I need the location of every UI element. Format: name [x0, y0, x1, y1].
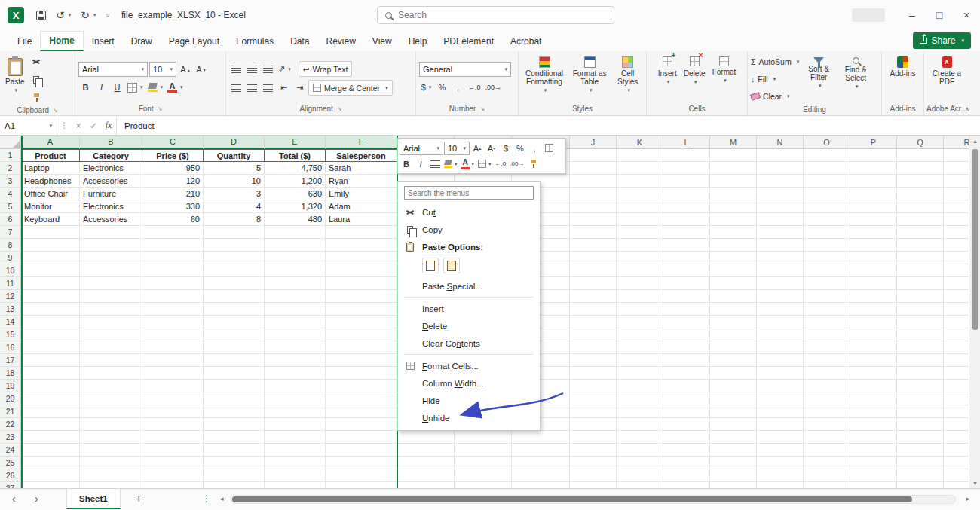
cell-M15[interactable]	[710, 328, 757, 341]
column-header-Q[interactable]: Q	[897, 136, 944, 149]
cell-F25[interactable]	[326, 457, 397, 469]
cell-P24[interactable]	[850, 444, 897, 457]
cell-D4[interactable]: 3	[204, 188, 265, 200]
cell-F14[interactable]	[326, 316, 397, 328]
cell-K10[interactable]	[617, 264, 663, 277]
cell-N14[interactable]	[757, 316, 804, 328]
cell-D21[interactable]	[204, 405, 265, 418]
tab-page-layout[interactable]: Page Layout	[161, 31, 228, 51]
cell-A19[interactable]	[21, 380, 80, 392]
cell-F16[interactable]	[326, 341, 397, 354]
cell-E15[interactable]	[265, 328, 326, 341]
cell-J14[interactable]	[570, 316, 617, 328]
cell-N16[interactable]	[757, 341, 804, 354]
cell-O8[interactable]	[804, 239, 850, 252]
cell-D19[interactable]	[204, 380, 265, 392]
cell-M21[interactable]	[710, 405, 757, 418]
cell-O7[interactable]	[804, 226, 850, 239]
cell-P16[interactable]	[850, 341, 897, 354]
cell-E17[interactable]	[265, 354, 326, 367]
cell-L3[interactable]	[663, 175, 710, 188]
chevron-down-icon[interactable]: ▾	[93, 12, 96, 18]
tab-insert[interactable]: Insert	[84, 31, 123, 51]
cell-K1[interactable]	[617, 149, 663, 162]
cell-N11[interactable]	[757, 277, 804, 290]
row-header-11[interactable]: 11	[0, 277, 21, 290]
row-header-4[interactable]: 4	[0, 188, 21, 200]
cell-F4[interactable]: Emily	[326, 188, 397, 200]
cell-D6[interactable]: 8	[204, 213, 265, 226]
cell-B17[interactable]	[80, 354, 142, 367]
cell-B20[interactable]	[80, 392, 142, 405]
row-header-12[interactable]: 12	[0, 290, 21, 303]
cell-L8[interactable]	[663, 239, 710, 252]
menu-search-input[interactable]	[408, 189, 530, 197]
menu-item-copy[interactable]: Copy	[398, 221, 540, 238]
cell-L25[interactable]	[663, 457, 710, 469]
cell-Q10[interactable]	[897, 264, 944, 277]
dialog-launcher-icon[interactable]: ↘	[479, 105, 485, 112]
cell-F3[interactable]: Ryan	[326, 175, 397, 188]
cell-D17[interactable]	[204, 354, 265, 367]
cell-O22[interactable]	[804, 418, 850, 431]
cell-E27[interactable]	[265, 482, 326, 488]
cell-L19[interactable]	[663, 380, 710, 392]
cell-P6[interactable]	[850, 213, 897, 226]
cell-C1[interactable]: Price ($)	[142, 149, 204, 162]
cell-M12[interactable]	[710, 290, 757, 303]
align-right-button[interactable]	[261, 81, 275, 96]
cell-K12[interactable]	[617, 290, 663, 303]
search-bar[interactable]	[377, 6, 614, 24]
column-header-O[interactable]: O	[804, 136, 850, 149]
delete-cells-button[interactable]: Delete ▾	[681, 55, 708, 102]
cell-J16[interactable]	[570, 341, 617, 354]
undo-button[interactable]: ↺▾	[56, 9, 71, 21]
cell-B7[interactable]	[80, 226, 142, 239]
cell-L21[interactable]	[663, 405, 710, 418]
cell-B19[interactable]	[80, 380, 142, 392]
cell-L2[interactable]	[663, 162, 710, 175]
cell-D20[interactable]	[204, 392, 265, 405]
hscroll-left-arrow[interactable]: ◂	[220, 495, 224, 502]
cell-Q4[interactable]	[897, 188, 944, 200]
cell-A16[interactable]	[21, 341, 80, 354]
cell-K2[interactable]	[617, 162, 663, 175]
cell-L16[interactable]	[663, 341, 710, 354]
menu-item-unhide[interactable]: Unhide	[398, 409, 540, 426]
cell-K6[interactable]	[617, 213, 663, 226]
cell-K5[interactable]	[617, 200, 663, 213]
cell-C8[interactable]	[142, 239, 204, 252]
mini-format-painter-button[interactable]	[526, 157, 540, 171]
align-bottom-button[interactable]	[261, 62, 275, 77]
cell-F5[interactable]: Adam	[326, 200, 397, 213]
cell-Q8[interactable]	[897, 239, 944, 252]
cell-G26[interactable]	[397, 469, 455, 482]
cell-G27[interactable]	[397, 482, 455, 488]
find-select-button[interactable]: Find & Select ▾	[838, 56, 873, 102]
cell-O6[interactable]	[804, 213, 850, 226]
cell-E12[interactable]	[265, 290, 326, 303]
cell-G23[interactable]	[397, 431, 455, 444]
column-header-N[interactable]: N	[757, 136, 804, 149]
cell-K18[interactable]	[617, 367, 663, 380]
wrap-text-button[interactable]: ↩ Wrap Text	[299, 61, 353, 77]
row-header-14[interactable]: 14	[0, 316, 21, 328]
mini-increase-font-button[interactable]: A▴	[470, 141, 484, 155]
cell-A17[interactable]	[21, 354, 80, 367]
cell-B18[interactable]	[80, 367, 142, 380]
cell-E10[interactable]	[265, 264, 326, 277]
cell-K19[interactable]	[617, 380, 663, 392]
cell-Q1[interactable]	[897, 149, 944, 162]
cell-D27[interactable]	[204, 482, 265, 488]
cell-B8[interactable]	[80, 239, 142, 252]
mini-bold-button[interactable]: B	[400, 157, 413, 171]
cell-C16[interactable]	[142, 341, 204, 354]
row-header-1[interactable]: 1	[0, 149, 21, 162]
cell-K27[interactable]	[617, 482, 663, 488]
copy-button[interactable]	[29, 72, 44, 87]
cell-F15[interactable]	[326, 328, 397, 341]
cell-A4[interactable]: Office Chair	[21, 188, 80, 200]
horizontal-scrollbar[interactable]	[231, 495, 956, 504]
cell-E6[interactable]: 480	[265, 213, 326, 226]
cell-J24[interactable]	[570, 444, 617, 457]
